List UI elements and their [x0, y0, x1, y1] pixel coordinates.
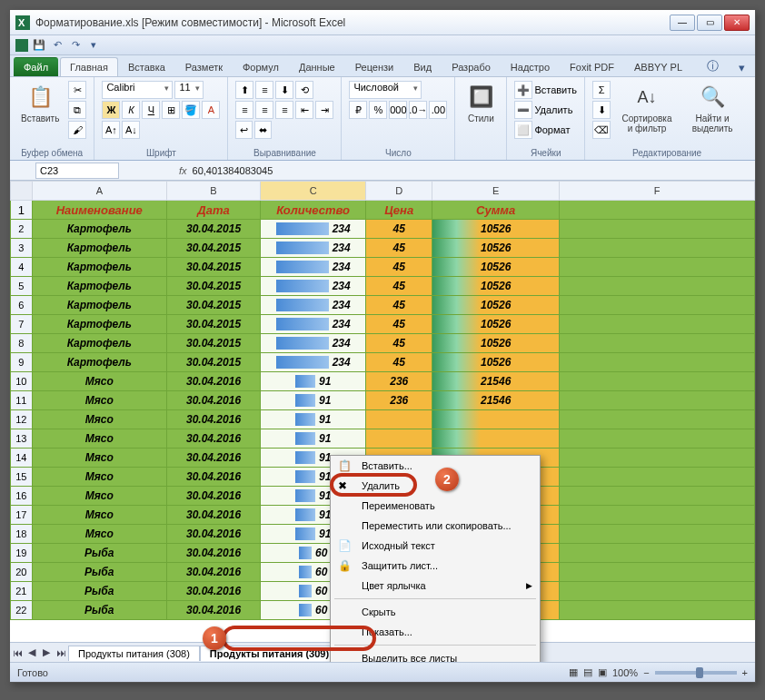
cell[interactable]: Картофель: [32, 334, 166, 353]
thousands-icon[interactable]: 000: [389, 101, 407, 119]
cell[interactable]: Мясо: [32, 449, 166, 468]
maximize-button[interactable]: ▭: [697, 15, 722, 31]
cell[interactable]: 234: [261, 258, 366, 277]
col-header-E[interactable]: E: [432, 182, 560, 201]
align-top-icon[interactable]: ⬆: [235, 81, 253, 99]
cell[interactable]: 30.04.2016: [166, 544, 260, 563]
cell[interactable]: [560, 220, 755, 239]
row-header[interactable]: 1: [11, 201, 33, 220]
merge-icon[interactable]: ⬌: [254, 121, 272, 139]
table-row[interactable]: 6 Картофель 30.04.2015 234 45 10526: [11, 296, 755, 315]
tab-nav-next-icon[interactable]: ▶: [39, 646, 54, 658]
align-middle-icon[interactable]: ≡: [255, 81, 273, 99]
row-header[interactable]: 4: [11, 258, 33, 277]
header-cell[interactable]: Дата: [166, 201, 260, 220]
cell[interactable]: [432, 410, 560, 429]
tab-file[interactable]: Файл: [14, 57, 58, 76]
cell[interactable]: 234: [261, 239, 366, 258]
cell[interactable]: [560, 391, 755, 410]
font-color-button[interactable]: A: [202, 101, 220, 119]
zoom-in-icon[interactable]: +: [742, 667, 748, 678]
table-row[interactable]: 8 Картофель 30.04.2015 234 45 10526: [11, 334, 755, 353]
cell[interactable]: [560, 277, 755, 296]
cell[interactable]: Картофель: [32, 239, 166, 258]
cell[interactable]: 30.04.2016: [166, 449, 260, 468]
font-size-select[interactable]: 11: [174, 81, 204, 99]
cell[interactable]: 236: [366, 372, 432, 391]
view-normal-icon[interactable]: ▦: [569, 666, 578, 678]
cell[interactable]: Мясо: [32, 525, 166, 544]
table-row[interactable]: 12 Мясо 30.04.2016 91: [11, 410, 755, 429]
decrease-font-icon[interactable]: A↓: [122, 121, 140, 139]
delete-cells-icon[interactable]: ➖: [514, 101, 532, 119]
minimize-button[interactable]: —: [670, 15, 695, 31]
cell[interactable]: Рыба: [32, 544, 166, 563]
cell[interactable]: 10526: [432, 220, 560, 239]
align-bottom-icon[interactable]: ⬇: [275, 81, 293, 99]
row-header[interactable]: 13: [11, 429, 33, 449]
cell[interactable]: 234: [261, 277, 366, 296]
tab-вид[interactable]: Вид: [403, 57, 442, 76]
cell[interactable]: 10526: [432, 277, 560, 296]
context-item[interactable]: Переименовать: [331, 496, 540, 516]
row-header[interactable]: 18: [11, 525, 33, 544]
cell[interactable]: [366, 429, 432, 449]
tab-разрабо[interactable]: Разрабо: [442, 57, 501, 76]
cell[interactable]: 30.04.2016: [166, 391, 260, 410]
cell[interactable]: 10526: [432, 353, 560, 372]
col-header-D[interactable]: D: [366, 182, 432, 201]
paste-button[interactable]: 📋 Вставить: [17, 81, 63, 125]
cell[interactable]: Мясо: [32, 468, 166, 487]
tab-рецензи[interactable]: Рецензи: [345, 57, 404, 76]
wrap-text-icon[interactable]: ↩: [235, 121, 253, 139]
align-left-icon[interactable]: ≡: [235, 101, 253, 119]
cell[interactable]: 10526: [432, 334, 560, 353]
find-select-button[interactable]: 🔍 Найти и выделить: [683, 81, 741, 135]
row-header[interactable]: 11: [11, 391, 33, 410]
row-header[interactable]: 17: [11, 506, 33, 525]
cell[interactable]: Картофель: [32, 220, 166, 239]
tab-nav-first-icon[interactable]: ⏮: [10, 647, 25, 658]
cell[interactable]: [560, 410, 755, 429]
border-button[interactable]: ⊞: [162, 101, 180, 119]
row-header[interactable]: 21: [11, 582, 33, 601]
dec-decimal-icon[interactable]: .00: [429, 101, 447, 119]
context-item[interactable]: Скрыть: [331, 602, 540, 622]
cell[interactable]: Рыба: [32, 563, 166, 582]
context-item[interactable]: Переместить или скопировать...: [331, 516, 540, 536]
row-header[interactable]: 12: [11, 410, 33, 429]
insert-cells-icon[interactable]: ➕: [514, 81, 532, 99]
view-break-icon[interactable]: ▣: [598, 666, 607, 678]
cell[interactable]: 10526: [432, 258, 560, 277]
align-right-icon[interactable]: ≡: [275, 101, 293, 119]
cell[interactable]: Мясо: [32, 487, 166, 506]
cell[interactable]: 30.04.2016: [166, 525, 260, 544]
row-header[interactable]: 14: [11, 449, 33, 468]
table-row[interactable]: 7 Картофель 30.04.2015 234 45 10526: [11, 315, 755, 334]
cell[interactable]: [560, 239, 755, 258]
context-item[interactable]: Цвет ярлычка▶: [331, 576, 540, 596]
cell[interactable]: [432, 429, 560, 449]
clear-icon[interactable]: ⌫: [592, 121, 611, 139]
table-row[interactable]: 2 Картофель 30.04.2015 234 45 10526: [11, 220, 755, 239]
autosum-icon[interactable]: Σ: [592, 81, 611, 99]
help-icon[interactable]: ⓘ: [700, 55, 725, 76]
select-all-corner[interactable]: [11, 182, 33, 201]
cell[interactable]: [560, 487, 755, 506]
context-item[interactable]: 📄Исходный текст: [331, 536, 540, 556]
fx-icon[interactable]: fx: [179, 165, 187, 176]
sort-filter-button[interactable]: A↓ Сортировка и фильтр: [616, 81, 678, 135]
cell[interactable]: Рыба: [32, 582, 166, 601]
tab-данные[interactable]: Данные: [289, 57, 345, 76]
cell[interactable]: 30.04.2015: [166, 277, 260, 296]
cell[interactable]: Мясо: [32, 372, 166, 391]
cell[interactable]: Картофель: [32, 353, 166, 372]
number-format-select[interactable]: Числовой: [349, 81, 422, 99]
col-header-B[interactable]: B: [166, 182, 260, 201]
italic-button[interactable]: К: [122, 101, 140, 119]
cell[interactable]: 30.04.2015: [166, 353, 260, 372]
row-header[interactable]: 5: [11, 277, 33, 296]
cell[interactable]: 45: [366, 277, 432, 296]
cell[interactable]: 30.04.2015: [166, 258, 260, 277]
cell[interactable]: 10526: [432, 315, 560, 334]
